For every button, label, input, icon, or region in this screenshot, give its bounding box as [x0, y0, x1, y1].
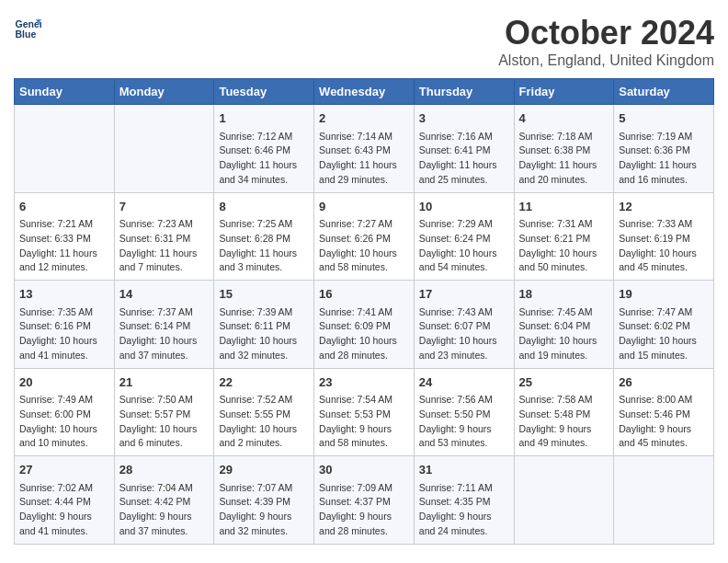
day-number: 28 — [119, 461, 210, 479]
weekday-header-friday: Friday — [514, 79, 614, 105]
calendar-cell: 21Sunrise: 7:50 AMSunset: 5:57 PMDayligh… — [114, 368, 214, 456]
calendar-cell: 23Sunrise: 7:54 AMSunset: 5:53 PMDayligh… — [314, 368, 415, 456]
day-number: 3 — [419, 109, 509, 128]
day-number: 9 — [319, 198, 409, 216]
day-info: Sunrise: 7:49 AMSunset: 6:00 PMDaylight:… — [19, 393, 109, 451]
day-number: 19 — [619, 285, 709, 304]
day-info: Sunrise: 7:43 AMSunset: 6:07 PMDaylight:… — [419, 305, 509, 363]
calendar-cell: 18Sunrise: 7:45 AMSunset: 6:04 PMDayligh… — [514, 281, 614, 369]
day-number: 7 — [119, 198, 210, 216]
day-info: Sunrise: 7:14 AMSunset: 6:43 PMDaylight:… — [319, 130, 409, 188]
calendar-cell: 27Sunrise: 7:02 AMSunset: 4:44 PMDayligh… — [15, 456, 115, 545]
day-info: Sunrise: 7:25 AMSunset: 6:28 PMDaylight:… — [219, 217, 309, 275]
calendar-cell — [15, 105, 115, 193]
weekday-header-wednesday: Wednesday — [314, 79, 415, 105]
day-info: Sunrise: 7:45 AMSunset: 6:04 PMDaylight:… — [519, 305, 609, 363]
day-info: Sunrise: 7:50 AMSunset: 5:57 PMDaylight:… — [119, 393, 210, 451]
calendar-cell: 1Sunrise: 7:12 AMSunset: 6:46 PMDaylight… — [214, 105, 314, 193]
day-number: 6 — [19, 198, 109, 216]
day-number: 17 — [419, 285, 509, 304]
calendar-cell: 8Sunrise: 7:25 AMSunset: 6:28 PMDaylight… — [214, 192, 314, 281]
day-number: 18 — [519, 285, 609, 304]
day-number: 31 — [419, 461, 509, 479]
calendar-cell: 3Sunrise: 7:16 AMSunset: 6:41 PMDaylight… — [414, 105, 514, 193]
calendar-cell: 30Sunrise: 7:09 AMSunset: 4:37 PMDayligh… — [314, 456, 415, 545]
calendar-cell: 12Sunrise: 7:33 AMSunset: 6:19 PMDayligh… — [614, 192, 714, 281]
month-title: October 2024 — [498, 14, 714, 52]
weekday-header-row: SundayMondayTuesdayWednesdayThursdayFrid… — [15, 79, 714, 105]
day-number: 10 — [419, 198, 509, 216]
day-number: 27 — [19, 461, 109, 479]
day-number: 11 — [519, 198, 609, 216]
calendar-cell — [514, 456, 614, 545]
week-row-2: 6Sunrise: 7:21 AMSunset: 6:33 PMDaylight… — [15, 192, 714, 281]
calendar-cell: 15Sunrise: 7:39 AMSunset: 6:11 PMDayligh… — [214, 281, 314, 369]
logo: General Blue — [14, 14, 41, 41]
weekday-header-monday: Monday — [114, 79, 214, 105]
day-info: Sunrise: 7:41 AMSunset: 6:09 PMDaylight:… — [319, 305, 409, 363]
day-info: Sunrise: 7:33 AMSunset: 6:19 PMDaylight:… — [619, 217, 709, 275]
week-row-5: 27Sunrise: 7:02 AMSunset: 4:44 PMDayligh… — [15, 456, 714, 545]
location: Alston, England, United Kingdom — [498, 52, 714, 69]
page-header: General Blue October 2024 Alston, Englan… — [14, 14, 714, 69]
day-number: 2 — [319, 109, 409, 128]
day-info: Sunrise: 7:09 AMSunset: 4:37 PMDaylight:… — [319, 481, 409, 539]
day-info: Sunrise: 7:31 AMSunset: 6:21 PMDaylight:… — [519, 217, 609, 275]
day-info: Sunrise: 7:23 AMSunset: 6:31 PMDaylight:… — [119, 217, 210, 275]
calendar-cell: 16Sunrise: 7:41 AMSunset: 6:09 PMDayligh… — [314, 281, 415, 369]
day-number: 21 — [119, 373, 210, 392]
calendar-cell: 20Sunrise: 7:49 AMSunset: 6:00 PMDayligh… — [15, 368, 115, 456]
day-info: Sunrise: 7:04 AMSunset: 4:42 PMDaylight:… — [119, 481, 210, 539]
calendar-cell: 24Sunrise: 7:56 AMSunset: 5:50 PMDayligh… — [414, 368, 514, 456]
day-info: Sunrise: 7:16 AMSunset: 6:41 PMDaylight:… — [419, 130, 509, 188]
day-number: 24 — [419, 373, 509, 392]
calendar-cell: 11Sunrise: 7:31 AMSunset: 6:21 PMDayligh… — [514, 192, 614, 281]
day-number: 15 — [219, 285, 309, 304]
calendar-table: SundayMondayTuesdayWednesdayThursdayFrid… — [14, 78, 714, 545]
day-info: Sunrise: 7:56 AMSunset: 5:50 PMDaylight:… — [419, 393, 509, 451]
calendar-cell — [614, 456, 714, 545]
day-number: 14 — [119, 285, 210, 304]
day-number: 1 — [219, 109, 309, 128]
day-info: Sunrise: 7:47 AMSunset: 6:02 PMDaylight:… — [619, 305, 709, 363]
weekday-header-saturday: Saturday — [614, 79, 714, 105]
day-number: 26 — [619, 373, 709, 392]
calendar-cell: 2Sunrise: 7:14 AMSunset: 6:43 PMDaylight… — [314, 105, 415, 193]
day-info: Sunrise: 7:29 AMSunset: 6:24 PMDaylight:… — [419, 217, 509, 275]
day-number: 16 — [319, 285, 409, 304]
calendar-cell — [114, 105, 214, 193]
calendar-cell: 31Sunrise: 7:11 AMSunset: 4:35 PMDayligh… — [414, 456, 514, 545]
day-info: Sunrise: 7:54 AMSunset: 5:53 PMDaylight:… — [319, 393, 409, 451]
calendar-cell: 4Sunrise: 7:18 AMSunset: 6:38 PMDaylight… — [514, 105, 614, 193]
calendar-cell: 29Sunrise: 7:07 AMSunset: 4:39 PMDayligh… — [214, 456, 314, 545]
day-info: Sunrise: 7:52 AMSunset: 5:55 PMDaylight:… — [219, 393, 309, 451]
day-number: 13 — [19, 285, 109, 304]
day-number: 23 — [319, 373, 409, 392]
svg-text:Blue: Blue — [16, 29, 37, 40]
calendar-cell: 10Sunrise: 7:29 AMSunset: 6:24 PMDayligh… — [414, 192, 514, 281]
day-info: Sunrise: 7:02 AMSunset: 4:44 PMDaylight:… — [19, 481, 109, 539]
day-info: Sunrise: 7:39 AMSunset: 6:11 PMDaylight:… — [219, 305, 309, 363]
day-info: Sunrise: 7:11 AMSunset: 4:35 PMDaylight:… — [419, 481, 509, 539]
day-number: 29 — [219, 461, 309, 479]
week-row-1: 1Sunrise: 7:12 AMSunset: 6:46 PMDaylight… — [15, 105, 714, 193]
day-info: Sunrise: 7:12 AMSunset: 6:46 PMDaylight:… — [219, 130, 309, 188]
week-row-3: 13Sunrise: 7:35 AMSunset: 6:16 PMDayligh… — [15, 281, 714, 369]
calendar-cell: 13Sunrise: 7:35 AMSunset: 6:16 PMDayligh… — [15, 281, 115, 369]
calendar-cell: 9Sunrise: 7:27 AMSunset: 6:26 PMDaylight… — [314, 192, 415, 281]
day-number: 5 — [619, 109, 709, 128]
day-info: Sunrise: 7:37 AMSunset: 6:14 PMDaylight:… — [119, 305, 210, 363]
calendar-cell: 25Sunrise: 7:58 AMSunset: 5:48 PMDayligh… — [514, 368, 614, 456]
day-info: Sunrise: 7:07 AMSunset: 4:39 PMDaylight:… — [219, 481, 309, 539]
day-info: Sunrise: 7:19 AMSunset: 6:36 PMDaylight:… — [619, 130, 709, 188]
day-info: Sunrise: 8:00 AMSunset: 5:46 PMDaylight:… — [619, 393, 709, 451]
calendar-cell: 7Sunrise: 7:23 AMSunset: 6:31 PMDaylight… — [114, 192, 214, 281]
week-row-4: 20Sunrise: 7:49 AMSunset: 6:00 PMDayligh… — [15, 368, 714, 456]
day-info: Sunrise: 7:21 AMSunset: 6:33 PMDaylight:… — [19, 217, 109, 275]
calendar-cell: 28Sunrise: 7:04 AMSunset: 4:42 PMDayligh… — [114, 456, 214, 545]
calendar-cell: 6Sunrise: 7:21 AMSunset: 6:33 PMDaylight… — [15, 192, 115, 281]
calendar-cell: 14Sunrise: 7:37 AMSunset: 6:14 PMDayligh… — [114, 281, 214, 369]
day-info: Sunrise: 7:27 AMSunset: 6:26 PMDaylight:… — [319, 217, 409, 275]
calendar-cell: 19Sunrise: 7:47 AMSunset: 6:02 PMDayligh… — [614, 281, 714, 369]
day-number: 25 — [519, 373, 609, 392]
